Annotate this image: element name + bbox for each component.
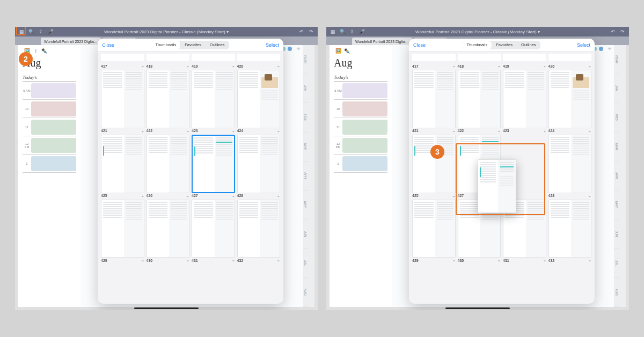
page-thumb-selected[interactable]: 427⌄ [192,135,235,200]
undo-icon[interactable]: ↶ [298,28,305,35]
chevron-down-icon[interactable]: ⌄ [277,129,280,133]
search-icon[interactable]: 🔍 [339,28,346,35]
insert-image-icon[interactable]: 🖼️ [335,48,341,54]
sun-icon[interactable]: ☀ [296,46,301,52]
page-thumb[interactable]: 429⌄ [412,200,456,265]
doc-title-bar[interactable]: Wondefull Portrait 2023 Digital Planner … [326,30,629,34]
side-tab[interactable]: JUN [303,219,308,248]
side-tab[interactable]: FEB [303,103,308,132]
page-thumb[interactable]: 425⌄ [101,135,144,200]
redo-icon[interactable]: ↷ [619,28,626,35]
share-icon[interactable]: ⇪ [349,28,355,35]
pen-icon[interactable]: ✒️ [41,48,47,54]
side-tab[interactable]: YEAR [614,45,619,74]
side-tab[interactable]: AUG [303,278,308,307]
chevron-down-icon[interactable]: ⌄ [186,258,189,262]
page-thumb[interactable]: 432⌄ [548,200,592,265]
color-dot[interactable] [288,47,292,51]
search-icon[interactable]: 🔍 [28,28,34,35]
page-thumb[interactable]: 421⌄ [101,70,144,135]
sun-icon[interactable]: ☀ [608,46,612,52]
chevron-down-icon[interactable]: ⌄ [232,258,235,262]
color-dot[interactable] [599,47,603,51]
side-tab[interactable]: MAY [614,191,619,219]
chevron-down-icon[interactable]: ⌄ [588,129,591,133]
close-button[interactable]: Close [102,42,114,48]
pen-icon[interactable]: ✒️ [343,48,350,54]
side-tab[interactable]: JAN [303,74,308,103]
doc-title-bar[interactable]: Wondefull Portrait 2023 Digital Planner … [15,30,318,34]
chevron-down-icon[interactable]: ⌄ [141,194,144,198]
thumbnails-icon[interactable]: ▦ [18,28,25,35]
page-thumb[interactable]: 421⌄ [412,70,456,135]
chevron-down-icon[interactable]: ⌄ [452,64,456,68]
select-button[interactable]: Select [266,42,279,48]
redo-icon[interactable]: ↷ [308,28,314,35]
chevron-down-icon[interactable]: ⌄ [186,194,189,198]
side-tab[interactable]: MAR [303,133,308,162]
page-thumb[interactable]: 431⌄ [192,200,235,265]
chevron-down-icon[interactable]: ⌄ [186,129,189,133]
page-thumb[interactable]: 422⌄ [147,70,190,135]
side-tab[interactable]: YEAR [303,45,308,74]
page-thumb[interactable]: 428⌄ [237,135,281,200]
undo-icon[interactable]: ↶ [610,28,616,35]
chevron-down-icon[interactable]: ⌄ [277,64,280,68]
chevron-down-icon[interactable]: ⌄ [497,258,501,262]
chevron-down-icon[interactable]: ⌄ [277,194,280,198]
side-tab[interactable]: AUG [614,278,619,307]
dragged-page-thumb[interactable] [478,159,516,213]
chevron-down-icon[interactable]: ⌄ [232,129,235,133]
chevron-down-icon[interactable]: ⌄ [452,194,456,198]
seg-outlines[interactable]: Outlines [206,41,229,49]
side-tab[interactable]: JUN [614,219,619,248]
chevron-down-icon[interactable]: ⌄ [543,258,546,262]
chevron-down-icon[interactable]: ⌄ [232,194,235,198]
chevron-down-icon[interactable]: ⌄ [588,64,591,68]
seg-favorites[interactable]: Favorites [180,41,206,49]
select-button[interactable]: Select [577,42,590,48]
tab-current[interactable]: Wondefull Portrait 2023 Digita… [41,38,101,45]
page-thumb[interactable]: 430⌄ [147,200,190,265]
mic-icon[interactable]: 🎤 [47,28,54,35]
page-thumb[interactable]: 423⌄ [503,70,546,135]
page-thumb[interactable]: 428⌄ [548,135,592,200]
view-segmented-control[interactable]: Thumbnails Favorites Outlines [462,41,540,49]
chevron-down-icon[interactable]: ⌄ [543,64,546,68]
chevron-down-icon[interactable]: ⌄ [232,64,235,68]
page-thumb[interactable]: 425⌄ [412,135,456,200]
seg-favorites[interactable]: Favorites [492,41,517,49]
side-tab[interactable]: FEB [614,103,619,132]
home-indicator[interactable] [445,307,510,309]
page-thumb[interactable]: 429⌄ [101,200,144,265]
view-segmented-control[interactable]: Thumbnails Favorites Outlines [151,41,229,49]
chevron-down-icon[interactable]: ⌄ [452,258,456,262]
page-thumb[interactable]: 432⌄ [237,200,281,265]
chevron-down-icon[interactable]: ⌄ [141,64,144,68]
close-button[interactable]: Close [413,42,426,48]
chevron-down-icon[interactable]: ⌄ [497,129,501,133]
home-indicator[interactable] [134,307,199,309]
mic-icon[interactable]: 🎤 [358,28,365,35]
tab-current[interactable]: Wondefull Portrait 2023 Digita… [352,38,412,45]
page-thumb[interactable]: 422⌄ [458,70,501,135]
page-thumb[interactable]: 426⌄ [147,135,190,200]
page-thumb[interactable]: 424⌄ [548,70,592,135]
chevron-down-icon[interactable]: ⌄ [186,64,189,68]
chevron-down-icon[interactable]: ⌄ [588,258,591,262]
side-tab[interactable]: JUL [303,249,308,278]
side-tab[interactable]: APR [614,162,619,191]
side-tab[interactable]: MAY [303,191,308,219]
side-tab[interactable]: JUL [614,249,619,278]
side-tab[interactable]: JAN [614,74,619,103]
side-tab[interactable]: APR [303,162,308,191]
chevron-down-icon[interactable]: ⌄ [452,129,456,133]
chevron-down-icon[interactable]: ⌄ [277,258,280,262]
chevron-down-icon[interactable]: ⌄ [141,129,144,133]
side-tab[interactable]: MAR [614,133,619,162]
chevron-down-icon[interactable]: ⌄ [588,194,591,198]
page-thumb[interactable]: 424⌄ [237,70,281,135]
chevron-down-icon[interactable]: ⌄ [543,129,546,133]
seg-thumbnails[interactable]: Thumbnails [462,41,492,49]
page-thumb[interactable]: 423⌄ [192,70,235,135]
